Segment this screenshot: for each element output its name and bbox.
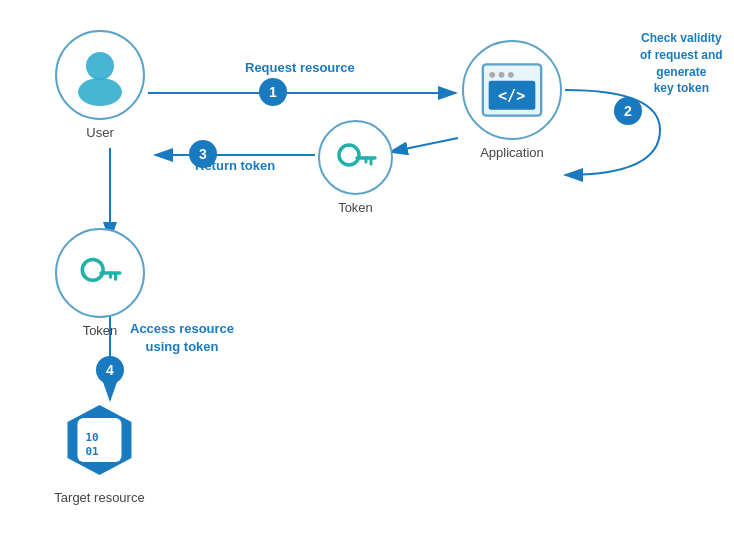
target-label: Target resource bbox=[54, 490, 144, 505]
svg-point-15 bbox=[339, 145, 359, 165]
token-mid-node: Token bbox=[318, 120, 393, 215]
token-user-label: Token bbox=[83, 323, 118, 338]
target-resource-node: 10 01 Target resource bbox=[52, 395, 147, 505]
svg-rect-24 bbox=[78, 418, 122, 462]
svg-line-4 bbox=[390, 138, 458, 152]
step-1: 1 bbox=[259, 78, 287, 106]
svg-point-7 bbox=[78, 78, 122, 106]
svg-point-11 bbox=[499, 72, 505, 78]
application-node: </> Application bbox=[462, 40, 562, 160]
token-mid-label: Token bbox=[338, 200, 373, 215]
svg-point-10 bbox=[489, 72, 495, 78]
svg-text:01: 01 bbox=[86, 445, 100, 458]
request-resource-label: Request resource bbox=[245, 60, 355, 75]
step-2: 2 bbox=[614, 97, 642, 125]
svg-point-19 bbox=[82, 259, 103, 280]
svg-point-8 bbox=[86, 52, 114, 80]
svg-point-12 bbox=[508, 72, 514, 78]
check-validity-label: Check validityof request andgeneratekey … bbox=[640, 30, 723, 97]
access-resource-label: Access resourceusing token bbox=[130, 320, 234, 356]
return-token-label: Return token bbox=[195, 158, 275, 173]
step-4: 4 bbox=[96, 356, 124, 384]
diagram: User </> Application bbox=[0, 0, 734, 535]
user-node: User bbox=[55, 30, 145, 140]
svg-text:</>: </> bbox=[498, 87, 525, 105]
svg-text:10: 10 bbox=[86, 431, 99, 444]
application-label: Application bbox=[480, 145, 544, 160]
user-label: User bbox=[86, 125, 113, 140]
